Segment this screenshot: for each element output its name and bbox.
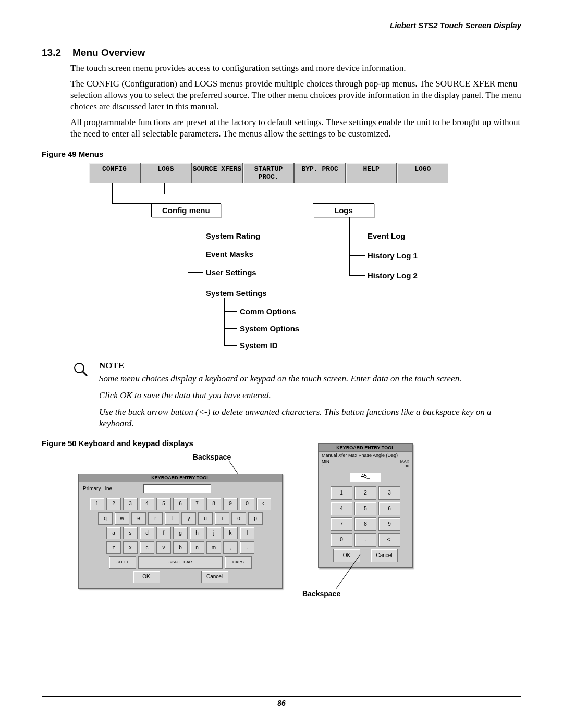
key[interactable]: 9 — [223, 498, 238, 510]
tree-item: User Settings — [206, 268, 256, 277]
key[interactable]: p — [248, 512, 263, 525]
key[interactable]: l — [240, 527, 254, 539]
cancel-button[interactable]: Cancel — [201, 571, 228, 583]
note-block: NOTE Some menu choices display a keyboar… — [99, 361, 521, 429]
paragraph: All programmable functions are preset at… — [70, 117, 521, 140]
key[interactable]: t — [165, 512, 179, 525]
svg-point-0 — [75, 363, 84, 373]
ok-button[interactable]: OK — [133, 571, 160, 583]
key[interactable]: b — [173, 541, 188, 554]
keyboard-title: KEYBOARD ENTRY TOOL — [79, 474, 282, 482]
key[interactable]: x — [123, 541, 138, 554]
key[interactable]: v — [156, 541, 171, 554]
keypad-input[interactable]: 45_ — [350, 473, 381, 482]
menu-help[interactable]: HELP — [346, 163, 397, 183]
key[interactable]: 0 — [240, 498, 254, 510]
magnifier-icon — [73, 362, 89, 379]
key[interactable]: i — [215, 512, 229, 525]
keyboard-prompt: Primary Line — [83, 486, 112, 491]
menu-logo[interactable]: LOGO — [397, 163, 448, 183]
menu-config[interactable]: CONFIG — [89, 163, 140, 183]
note-text: Click OK to save the data that you have … — [99, 390, 521, 401]
tree-item: System Options — [240, 324, 299, 333]
keypad-key[interactable]: . — [354, 533, 376, 547]
key[interactable]: e — [131, 512, 146, 525]
backspace-label: Backspace — [302, 589, 340, 598]
note-text: Use the back arrow button (<-) to delete… — [99, 406, 521, 429]
key[interactable]: n — [190, 541, 204, 554]
keypad-key[interactable]: 1 — [331, 486, 352, 500]
menu-logs[interactable]: LOGS — [140, 163, 192, 183]
key[interactable]: w — [115, 512, 129, 525]
keypad-key[interactable]: 8 — [354, 517, 376, 531]
key[interactable]: f — [156, 527, 171, 539]
menu-startup[interactable]: STARTUP PROC. — [243, 163, 295, 183]
key[interactable]: . — [240, 541, 254, 554]
key[interactable]: s — [123, 527, 138, 539]
keyboard-tool: KEYBOARD ENTRY TOOL Primary Line _ 12345… — [78, 474, 283, 589]
figure-caption: Figure 50 Keyboard and keypad displays — [42, 439, 521, 448]
keypad-key[interactable]: 7 — [331, 517, 352, 531]
key[interactable]: 5 — [156, 498, 171, 510]
keypad-key[interactable]: 5 — [354, 502, 376, 515]
section-title: Menu Overview — [72, 47, 145, 58]
menu-bar: CONFIG LOGS SOURCE XFERS STARTUP PROC. B… — [89, 163, 448, 183]
key[interactable]: o — [231, 512, 246, 525]
keypad-key[interactable]: 2 — [354, 486, 376, 500]
keypad-key[interactable]: 3 — [378, 486, 400, 500]
key[interactable]: j — [206, 527, 221, 539]
key[interactable]: c — [140, 541, 154, 554]
tree-item: Comm Options — [240, 307, 296, 316]
menu-source[interactable]: SOURCE XFERS — [191, 163, 243, 183]
key[interactable]: d — [140, 527, 154, 539]
keypad-tool: KEYBOARD ENTRY TOOL Manual Xfer Max Phas… — [318, 443, 413, 568]
key[interactable]: h — [190, 527, 204, 539]
key[interactable]: z — [106, 541, 121, 554]
key[interactable]: 4 — [140, 498, 154, 510]
key[interactable]: 2 — [106, 498, 121, 510]
key[interactable]: q — [98, 512, 113, 525]
max-value: 30 — [405, 464, 409, 468]
logs-menu-box: Logs — [313, 203, 374, 217]
backspace-label: Backspace — [193, 453, 231, 461]
caps-key[interactable]: CAPS — [225, 556, 252, 569]
key[interactable]: r — [148, 512, 163, 525]
cancel-button[interactable]: Cancel — [371, 549, 398, 562]
tree-item: System ID — [240, 341, 278, 350]
shift-key[interactable]: SHIFT — [109, 556, 136, 569]
keypad-key[interactable]: 0 — [331, 533, 352, 547]
svg-line-1 — [83, 372, 87, 376]
key[interactable]: u — [198, 512, 213, 525]
menu-tree: Config menu Logs System Rating Event Mas… — [89, 183, 521, 355]
space-key[interactable]: SPACE BAR — [138, 556, 223, 569]
backspace-key[interactable]: <- — [256, 498, 271, 510]
keyboard-input[interactable]: _ — [143, 484, 211, 493]
keypad-key[interactable]: 6 — [378, 502, 400, 515]
max-label: MAX — [400, 459, 409, 464]
key[interactable]: 1 — [90, 498, 104, 510]
key[interactable]: 3 — [123, 498, 138, 510]
note-title: NOTE — [99, 361, 521, 371]
key[interactable]: , — [223, 541, 238, 554]
tree-item: History Log 2 — [368, 271, 418, 280]
key[interactable]: 8 — [206, 498, 221, 510]
figure-caption: Figure 49 Menus — [42, 150, 521, 158]
keypad-key[interactable]: 4 — [331, 502, 352, 515]
section-number: 13.2 — [42, 47, 70, 58]
key[interactable]: k — [223, 527, 238, 539]
menu-byp[interactable]: BYP. PROC — [294, 163, 346, 183]
page-footer: 86 — [42, 696, 521, 707]
tree-item: System Settings — [206, 289, 267, 298]
backspace-key[interactable]: <- — [378, 533, 400, 547]
key[interactable]: a — [106, 527, 121, 539]
key[interactable]: m — [206, 541, 221, 554]
key[interactable]: 7 — [190, 498, 204, 510]
keypad-key[interactable]: 9 — [378, 517, 400, 531]
tree-item: History Log 1 — [368, 251, 418, 260]
key[interactable]: y — [181, 512, 196, 525]
keypad-prompt: Manual Xfer Max Phase Angle (Deg) — [319, 452, 412, 459]
note-text: Some menu choices display a keyboard or … — [99, 373, 521, 385]
key[interactable]: g — [173, 527, 188, 539]
key[interactable]: 6 — [173, 498, 188, 510]
tree-item: System Rating — [206, 231, 260, 240]
